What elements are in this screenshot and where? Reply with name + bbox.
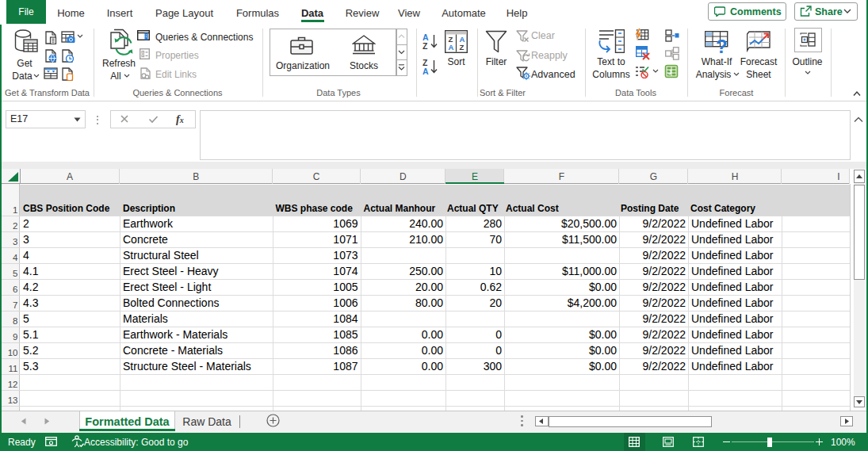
svg-text:Z: Z: [460, 43, 465, 52]
svg-text:Z: Z: [423, 41, 428, 51]
svg-text:A: A: [449, 43, 454, 52]
svg-text:J: J: [668, 68, 672, 76]
svg-text:?: ?: [716, 36, 728, 53]
svg-text:A: A: [423, 67, 429, 76]
